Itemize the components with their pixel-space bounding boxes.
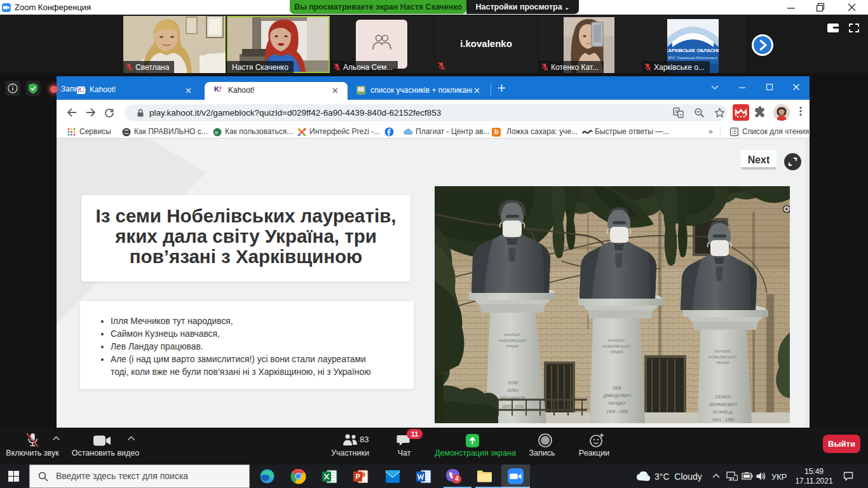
svg-text:я: я <box>679 112 682 117</box>
svg-text:ІЛЛЯ: ІЛЛЯ <box>508 381 518 385</box>
svg-text:НОБЕЛІВСЬКОЇ: НОБЕЛІВСЬКОЇ <box>709 355 737 359</box>
svg-text:ХАРКІВСЬКЕ ОБЛАСНЕ: ХАРКІВСЬКЕ ОБЛАСНЕ <box>667 48 719 53</box>
svg-text:P: P <box>356 473 360 480</box>
svg-text:АБРАМОВИЧ: АБРАМОВИЧ <box>709 402 737 407</box>
svg-text:ПРЕМІЇ: ПРЕМІЇ <box>506 344 519 348</box>
svg-text:ЛАУРЕАТ: ЛАУРЕАТ <box>504 333 521 337</box>
svg-text:1908 - 1968: 1908 - 1968 <box>606 409 628 414</box>
svg-text:НОБЕЛІВСЬКОЇ: НОБЕЛІВСЬКОЇ <box>602 344 631 348</box>
svg-text:ЛАНДАУ: ЛАНДАУ <box>608 401 626 406</box>
svg-text:ДАВИДОВИЧ: ДАВИДОВИЧ <box>603 393 631 398</box>
svg-text:ЛЕВ: ЛЕВ <box>613 386 621 390</box>
svg-text:КУЗНЕЦЬ: КУЗНЕЦЬ <box>713 410 734 415</box>
svg-text:w: w <box>214 130 219 135</box>
svg-text:1845 - 1916: 1845 - 1916 <box>502 404 524 409</box>
svg-text:ІЛЛІЧ: ІЛЛІЧ <box>507 388 519 393</box>
svg-text:ЛАУРЕАТ: ЛАУРЕАТ <box>608 339 625 342</box>
svg-text:ПРЕМІЇ: ПРЕМІЇ <box>610 350 623 354</box>
svg-text:ПРЕМІЇ: ПРЕМІЇ <box>716 361 729 365</box>
svg-text:СЕМЕН: СЕМЕН <box>715 395 731 399</box>
svg-text:ЛАУРЕАТ: ЛАУРЕАТ <box>714 349 731 353</box>
svg-text:ВГО "Українська бібліотечна а: ВГО "Українська бібліотечна а <box>668 56 718 60</box>
svg-text:1901 - 1985: 1901 - 1985 <box>712 417 735 422</box>
svg-text:НОБЕЛІВСЬКОЇ: НОБЕЛІВСЬКОЇ <box>498 339 527 342</box>
